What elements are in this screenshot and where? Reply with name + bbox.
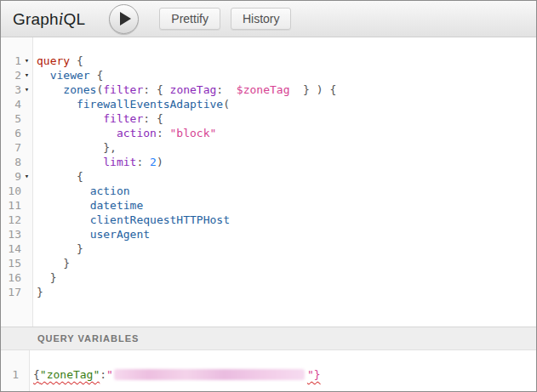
line-number: 16 (1, 270, 21, 285)
code-line[interactable]: } (37, 256, 536, 270)
query-variables-header[interactable]: QUERY VARIABLES (1, 327, 536, 350)
token-number: 2 (150, 156, 157, 168)
token-plain (37, 185, 90, 197)
line-number: 8 (1, 155, 21, 169)
gutter-row: 11 (1, 198, 32, 213)
variables-value-close: "} (307, 368, 321, 381)
fold-spacer (21, 285, 32, 299)
gutter-row: 12 (1, 213, 32, 227)
token-property: viewer (50, 69, 90, 82)
code-line[interactable]: firewallEventsAdaptive( (37, 97, 536, 111)
token-attribute: limit (103, 156, 136, 168)
token-variable: $zoneTag (237, 83, 290, 96)
token-punc: } (63, 257, 70, 270)
token-plain (37, 141, 103, 154)
token-attribute: zoneTag (170, 83, 217, 96)
gutter-row: 14 (1, 241, 32, 256)
execute-button[interactable] (109, 4, 139, 34)
toolbar: GraphiQL Prettify History (1, 1, 536, 37)
gutter-row: 8 (1, 155, 32, 169)
token-plain (37, 98, 77, 111)
line-number: 17 (1, 285, 21, 299)
line-number: 5 (1, 111, 21, 126)
fold-spacer (21, 198, 32, 213)
app-title: GraphiQL (13, 9, 85, 29)
token-punc: } (77, 242, 83, 255)
token-plain (37, 156, 103, 168)
variables-editor: 1 {"zoneTag":""} (1, 350, 536, 391)
gutter-row: 10 (1, 184, 32, 198)
line-number: 7 (1, 140, 21, 155)
token-property: zones (63, 83, 96, 96)
token-plain (37, 213, 90, 226)
token-plain (37, 257, 63, 270)
gutter-row: 15 (1, 256, 32, 270)
gutter-row: 1▾ (1, 54, 32, 68)
variables-open-brace: { (33, 368, 40, 381)
fold-arrow-icon[interactable]: ▾ (21, 169, 32, 184)
code-line[interactable]: zones(filter: { zoneTag: $zoneTag } ) { (37, 82, 536, 97)
code-line[interactable]: } (37, 241, 536, 256)
query-line-number-gutter: 1▾2▾3▾456789▾1011121314151617 (1, 37, 33, 327)
gutter-row: 2▾ (1, 68, 32, 82)
token-plain (37, 112, 103, 125)
token-plain (37, 83, 63, 96)
code-line[interactable]: query { (37, 54, 536, 68)
fold-spacer (21, 256, 32, 270)
redacted-value-blur (114, 369, 305, 380)
code-line[interactable]: viewer { (37, 68, 536, 82)
gutter-row: 13 (1, 227, 32, 241)
token-attribute: filter (103, 112, 143, 125)
gutter-row: 16 (1, 270, 32, 285)
token-plain (37, 228, 90, 241)
code-line[interactable]: action (37, 184, 536, 198)
graphiql-window: GraphiQL Prettify History 1▾2▾3▾456789▾1… (0, 0, 537, 392)
line-number: 1 (1, 54, 21, 68)
fold-spacer (21, 270, 32, 285)
fold-spacer (21, 155, 32, 169)
token-plain (37, 127, 117, 139)
variables-line-number-gutter: 1 (1, 350, 30, 391)
token-punc: ( (223, 98, 230, 111)
fold-arrow-icon[interactable]: ▾ (21, 82, 32, 97)
variables-code-line[interactable]: {"zoneTag":""} (33, 367, 536, 382)
token-punc: } ) { (289, 83, 336, 96)
fold-spacer (21, 184, 32, 198)
token-punc: : (136, 156, 150, 168)
code-line[interactable]: } (37, 270, 536, 285)
prettify-button[interactable]: Prettify (159, 8, 220, 30)
code-line[interactable]: { (37, 169, 536, 184)
code-line[interactable]: limit: 2) (37, 155, 536, 169)
token-property: action (90, 185, 130, 197)
gutter-row: 4 (1, 97, 32, 111)
fold-spacer (21, 126, 32, 140)
line-number: 14 (1, 241, 21, 256)
fold-arrow-icon[interactable]: ▾ (21, 68, 32, 82)
app-title-ql: QL (64, 10, 86, 28)
fold-arrow-icon[interactable]: ▾ (21, 54, 32, 68)
token-punc: } (37, 286, 43, 298)
code-line[interactable]: userAgent (37, 227, 536, 241)
token-attribute: action (117, 127, 157, 139)
code-line[interactable]: clientRequestHTTPHost (37, 213, 536, 227)
gutter-row: 5 (1, 111, 32, 126)
code-line[interactable]: } (37, 285, 536, 299)
code-line[interactable]: datetime (37, 198, 536, 213)
fold-spacer (21, 213, 32, 227)
history-button[interactable]: History (231, 8, 292, 30)
code-line[interactable]: action: "block" (37, 126, 536, 140)
code-line[interactable]: }, (37, 140, 536, 155)
line-number: 3 (1, 82, 21, 97)
query-code-area[interactable]: query { viewer { zones(filter: { zoneTag… (33, 37, 536, 327)
token-keyword: query (37, 54, 70, 67)
variables-code-area[interactable]: {"zoneTag":""} (30, 350, 536, 391)
fold-spacer (21, 97, 32, 111)
token-property: userAgent (90, 228, 150, 241)
line-number: 2 (1, 68, 21, 82)
code-line[interactable]: filter: { (37, 111, 536, 126)
line-number: 9 (1, 169, 21, 184)
app-title-graph: Graph (13, 10, 59, 28)
variables-line-number: 1 (1, 367, 29, 382)
line-number: 15 (1, 256, 21, 270)
gutter-row: 9▾ (1, 169, 32, 184)
